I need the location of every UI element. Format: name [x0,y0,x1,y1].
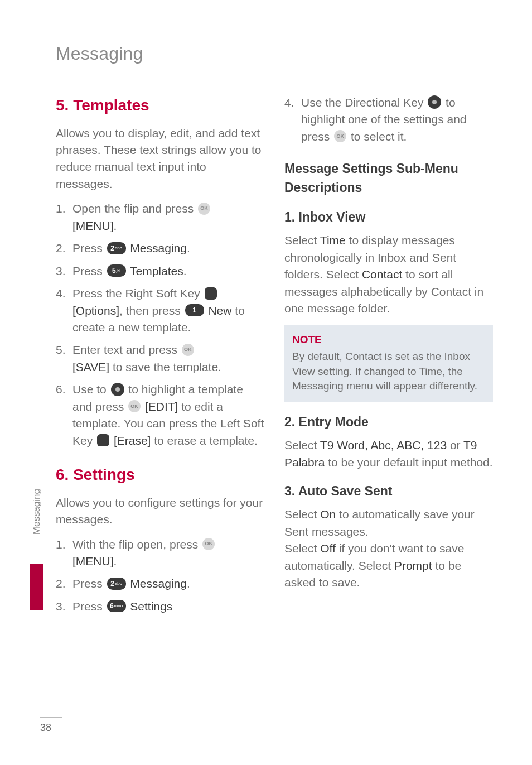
ok-key-icon: OK [202,538,215,550]
entry-mode-heading: 2. Entry Mode [284,413,493,431]
section-6-intro: Allows you to configure settings for you… [56,494,264,528]
list-item: 4. Press the Right Soft Key – [Options],… [56,285,264,336]
list-item: 3. Press 5jkl Templates. [56,263,264,280]
left-column: 5. Templates Allows you to display, edit… [56,94,264,629]
settings-label: Settings [127,600,173,613]
step-number: 2. [56,240,72,257]
left-soft-key-icon: – [97,434,109,446]
step-number: 3. [56,263,72,280]
step-text: Enter text and press [72,343,181,356]
section-5-intro: Allows you to display, edit, and add tex… [56,125,264,193]
step-text: Use the Directional Key [301,96,427,109]
key-2-icon: 2abc [107,578,126,590]
section-6-title: 6. Settings [56,464,264,487]
step-text: to save the template. [109,360,221,373]
menu-label: [MENU] [72,555,114,567]
auto-save-text: Select On to automatically save your Sen… [284,506,493,591]
step-number: 3. [56,598,72,615]
directional-key-icon [111,383,124,396]
list-item: 2. Press 2abc Messaging. [56,575,264,592]
inbox-view-heading: 1. Inbox View [284,208,493,227]
right-steps-continued: 4. Use the Directional Key to highlight … [284,94,493,145]
messaging-label: Messaging [127,242,187,254]
step-text: Press [72,577,106,590]
step-text: Use to [72,383,110,396]
options-label: [Options] [72,304,119,317]
section-5-title: 5. Templates [56,94,264,117]
list-item: 5. Enter text and press OK [SAVE] to sav… [56,341,264,376]
step-text: to select it. [347,130,407,143]
new-label: New [208,304,231,317]
templates-label: Templates [127,264,183,277]
step-number: 6. [56,381,72,449]
list-item: 2. Press 2abc Messaging. [56,240,264,257]
key-2-icon: 2abc [107,242,126,254]
step-number: 1. [56,200,72,234]
step-number: 2. [56,575,72,592]
side-tab-label: Messaging [31,489,42,535]
list-item: 1. With the flip open, press OK [MENU]. [56,536,264,570]
note-box: NOTE By default, Contact is set as the I… [284,325,493,402]
menu-label: [MENU] [72,219,114,232]
step-text: . [187,242,190,254]
ok-key-icon: OK [198,203,210,215]
step-number: 1. [56,536,72,570]
sub-menu-heading: Message Settings Sub-Menu Descriptions [284,160,493,197]
erase-label: [Erase] [114,434,151,447]
inbox-view-text: Select Time to display messages chronolo… [284,232,493,317]
step-text: Open the flip and press [72,202,197,215]
right-column: 4. Use the Directional Key to highlight … [284,94,493,629]
ok-key-icon: OK [182,344,194,356]
directional-key-icon [428,95,441,109]
key-1-icon: 1 [185,304,204,316]
note-body: By default, Contact is set as the Inbox … [292,349,485,394]
ok-key-icon: OK [128,400,141,412]
content-columns: 5. Templates Allows you to display, edit… [56,94,493,629]
auto-save-heading: 3. Auto Save Sent [284,482,493,501]
side-tab-bar [30,564,43,610]
step-number: 5. [56,341,72,376]
step-text: . [183,264,187,277]
step-text: . [114,555,117,567]
step-number: 4. [56,285,72,336]
step-text: With the flip open, press [72,538,201,551]
edit-label: [EDIT] [142,400,178,413]
step-text: . [114,219,117,232]
list-item: 6. Use to to highlight a template and pr… [56,381,264,449]
save-label: [SAVE] [72,360,109,373]
page-number: 38 [40,717,62,734]
step-text: Press [72,242,106,254]
step-text: Press the Right Soft Key [72,287,204,300]
step-text: . [187,577,190,590]
messaging-label: Messaging [127,577,187,590]
step-text: , then press [119,304,184,317]
note-title: NOTE [292,332,485,348]
key-6-icon: 6mno [107,600,126,612]
key-5-icon: 5jkl [107,264,126,277]
step-number: 4. [284,94,301,145]
ok-key-icon: OK [334,130,346,142]
page-title: Messaging [56,44,493,64]
entry-mode-text: Select T9 Word, Abc, ABC, 123 or T9 Pala… [284,437,493,471]
step-text: Press [72,600,106,613]
step-text: Press [72,264,106,277]
step-text: to erase a template. [151,434,257,447]
section-6-steps: 1. With the flip open, press OK [MENU]. … [56,536,264,615]
list-item: 3. Press 6mno Settings [56,598,264,615]
section-5-steps: 1. Open the flip and press OK [MENU]. 2.… [56,200,264,449]
right-soft-key-icon: – [205,287,217,300]
list-item: 1. Open the flip and press OK [MENU]. [56,200,264,234]
list-item: 4. Use the Directional Key to highlight … [284,94,493,145]
